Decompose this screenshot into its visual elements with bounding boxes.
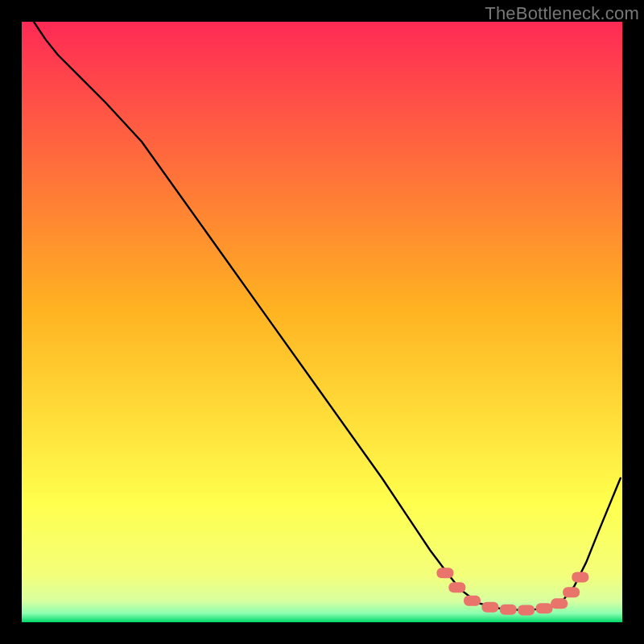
gradient-background bbox=[22, 22, 622, 622]
chart-container: TheBottleneck.com bbox=[0, 0, 644, 644]
marker-dot bbox=[518, 605, 535, 616]
marker-dot bbox=[536, 603, 553, 613]
marker-dot bbox=[572, 572, 588, 583]
marker-dot bbox=[481, 602, 498, 613]
marker-dot bbox=[436, 568, 453, 578]
marker-dot bbox=[551, 598, 568, 609]
plot-area bbox=[22, 22, 622, 622]
marker-dot bbox=[500, 605, 517, 615]
marker-dot bbox=[464, 596, 481, 606]
marker-dot bbox=[448, 582, 465, 592]
marker-dot bbox=[563, 587, 580, 597]
chart-svg bbox=[22, 22, 622, 622]
